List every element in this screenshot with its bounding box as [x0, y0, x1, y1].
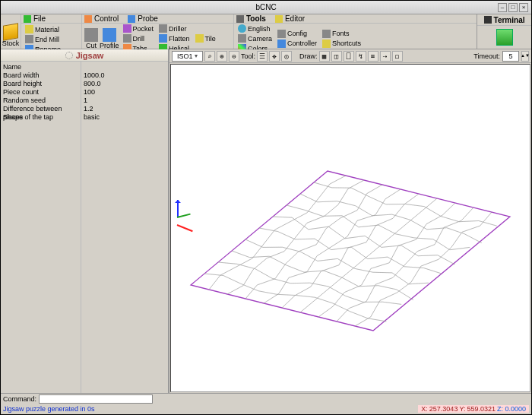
flatten-button[interactable]: Flatten	[157, 33, 192, 43]
toolbar-area: Stock File Material End Mill Rename Add …	[1, 14, 531, 49]
zoom-fit-button[interactable]: ⌕	[204, 51, 215, 62]
drill-icon	[123, 34, 131, 43]
fonts-button[interactable]: Fonts	[321, 29, 363, 39]
prop-key: Name	[3, 63, 78, 71]
cut-icon	[84, 28, 98, 42]
prop-value[interactable]: 100	[84, 88, 166, 97]
drill-button[interactable]: Drill	[122, 33, 156, 43]
material-button[interactable]: Material	[24, 24, 62, 34]
config-button[interactable]: Config	[276, 29, 318, 39]
draw-paths-button[interactable]: ≡	[368, 51, 378, 62]
terminal-button[interactable]	[496, 29, 513, 46]
sidebar-title: Jigsaw	[76, 51, 104, 60]
draw-workarea-button[interactable]: ◻	[392, 51, 403, 62]
view-mode-select[interactable]: ISO1 ▾	[172, 51, 203, 62]
tile-icon	[195, 34, 204, 43]
canvas-toolbar: ISO1 ▾ ⌕ ⊕ ⊖ Tool: ☰ ✥ ◎ Draw: ▦ ◫ ⎕ ↯ ≡…	[169, 49, 531, 63]
tab-editor[interactable]: Editor	[275, 14, 305, 23]
draw-probe-button[interactable]: ↯	[356, 51, 366, 62]
prop-key: Random seed	[3, 97, 78, 105]
tab-terminal[interactable]: Terminal	[494, 16, 525, 24]
prop-key: Shape of the tap	[3, 113, 78, 122]
editor-icon	[275, 15, 283, 23]
flatten-icon	[159, 34, 167, 43]
tool-origin-button[interactable]: ◎	[281, 51, 292, 62]
driller-button[interactable]: Driller	[157, 24, 192, 33]
camera-button[interactable]: Camera	[236, 33, 274, 43]
timeout-label: Timeout:	[473, 52, 500, 60]
drawing-canvas[interactable]	[170, 64, 530, 392]
prop-key: Board height	[3, 80, 78, 88]
fonts-icon	[322, 30, 331, 38]
main-area: Jigsaw Name Board width Board height Pie…	[1, 49, 531, 393]
pocket-icon	[123, 24, 131, 33]
draw-label: Draw:	[299, 52, 318, 60]
tab-file[interactable]: File	[24, 14, 46, 23]
draw-axes-button[interactable]: ◫	[331, 51, 342, 62]
zoom-in-button[interactable]: ⊕	[217, 51, 227, 62]
stock-icon	[3, 23, 18, 41]
controller-button[interactable]: Controller	[276, 39, 318, 49]
endmill-icon	[25, 35, 33, 43]
stock-button[interactable]: Stock	[1, 14, 21, 49]
sidebar-header: Jigsaw	[1, 49, 168, 62]
draw-rapid-button[interactable]: ⇢	[380, 51, 391, 62]
probe-icon	[128, 15, 135, 23]
tool-label: Tool:	[241, 52, 255, 60]
tools-icon	[236, 15, 244, 23]
titlebar: bCNC – □ ×	[1, 1, 531, 14]
jigsaw-drawing	[183, 95, 518, 384]
draw-margin-button[interactable]: ⎕	[344, 51, 354, 62]
tool-select-button[interactable]: ☰	[257, 51, 268, 62]
controller-icon	[277, 40, 286, 48]
coordinate-readout: X:257.3043 Y:559.0321 Z: 0.0000	[418, 405, 529, 413]
draw-grid-button[interactable]: ▦	[319, 51, 330, 62]
stock-label: Stock	[2, 40, 20, 47]
prop-key: Piece count	[3, 88, 78, 97]
axis-z-icon	[177, 200, 179, 217]
globe-icon	[238, 24, 246, 33]
config-icon	[277, 30, 286, 38]
shortcuts-button[interactable]: Shortcuts	[321, 39, 363, 49]
material-icon	[25, 25, 33, 33]
command-input[interactable]	[39, 394, 153, 404]
english-button[interactable]: English	[236, 24, 274, 33]
tile-button[interactable]: Tile	[194, 33, 217, 43]
tab-control[interactable]: Control	[84, 14, 119, 23]
pocket-button[interactable]: Pocket	[122, 24, 156, 33]
tab-probe[interactable]: Probe	[128, 14, 158, 23]
status-message: Jigsaw puzzle generated in 0s	[3, 405, 95, 413]
svg-marker-0	[191, 171, 510, 331]
window-title: bCNC	[0, 3, 532, 11]
bottom-bar: Command: Jigsaw puzzle generated in 0s X…	[1, 393, 531, 414]
command-label: Command:	[3, 395, 36, 403]
profile-button[interactable]: Profile	[100, 28, 119, 49]
prop-value[interactable]: 1	[84, 97, 166, 105]
canvas-panel: ISO1 ▾ ⌕ ⊕ ⊖ Tool: ☰ ✥ ◎ Draw: ▦ ◫ ⎕ ↯ ≡…	[169, 49, 531, 393]
endmill-button[interactable]: End Mill	[24, 34, 62, 44]
camera-icon	[238, 34, 246, 43]
prop-value[interactable]: 1.2	[84, 105, 166, 113]
timeout-value[interactable]: 5	[502, 51, 519, 62]
prop-value[interactable]: basic	[84, 113, 166, 122]
tab-tools[interactable]: Tools	[236, 14, 266, 23]
prop-value[interactable]: 1000.0	[84, 71, 166, 80]
zoom-out-button[interactable]: ⊖	[229, 51, 239, 62]
timeout-spinner[interactable]: ▲▼	[521, 51, 529, 62]
prop-value[interactable]: 800.0	[84, 80, 166, 88]
gear-icon	[65, 52, 73, 59]
control-icon	[84, 15, 92, 23]
shortcuts-icon	[322, 40, 331, 48]
property-grid[interactable]: Name Board width Board height Piece coun…	[1, 62, 168, 393]
cut-button[interactable]: Cut	[84, 28, 98, 49]
driller-icon	[159, 24, 167, 33]
terminal-icon	[484, 16, 492, 24]
sidebar: Jigsaw Name Board width Board height Pie…	[1, 49, 169, 393]
file-icon	[24, 15, 31, 23]
profile-icon	[103, 28, 116, 42]
prop-key: Board width	[3, 71, 78, 80]
prop-key: Difference between pieces	[3, 105, 78, 113]
tool-move-button[interactable]: ✥	[269, 51, 280, 62]
prop-value[interactable]	[84, 63, 166, 71]
terminal-panel: Terminal	[477, 14, 531, 49]
